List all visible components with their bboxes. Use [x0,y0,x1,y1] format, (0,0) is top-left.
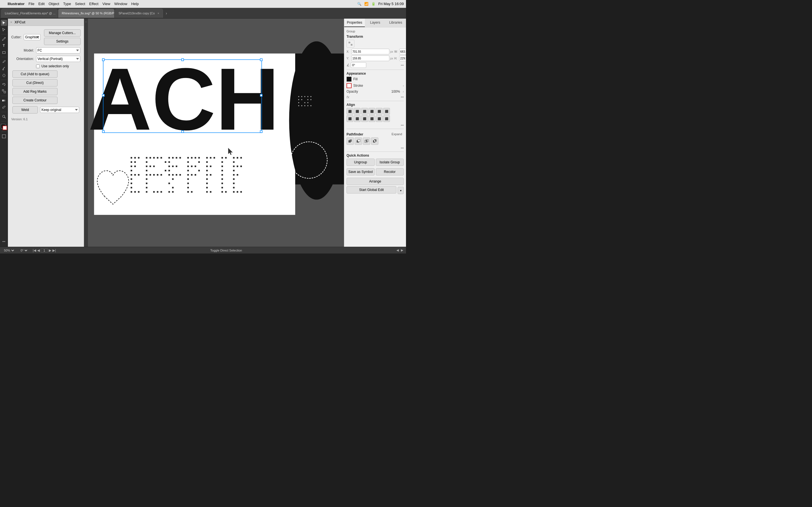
align-bottom-edges[interactable]: ⬛ [383,108,390,115]
tool-shape[interactable] [1,49,7,55]
tab-more-button[interactable]: › [163,11,169,15]
menu-help[interactable]: Help [131,2,139,6]
pf-unite[interactable] [347,137,354,145]
xfcut-close-button[interactable]: × [10,20,12,24]
menu-type[interactable]: Type [63,2,71,6]
menu-file[interactable]: File [29,2,35,6]
align-top-edges[interactable]: ⬛ [368,108,375,115]
tab-rhinestones[interactable]: Rhinestones_fix.svg* @ 50 % (RGB/Preview… [58,9,114,18]
start-global-edit-expand[interactable]: ▾ [398,187,404,194]
menu-select[interactable]: Select [75,2,85,6]
distribute-center-v[interactable]: ⬛ [376,115,383,122]
align-center-v[interactable]: ⬛ [376,108,383,115]
tool-screen-mode[interactable] [1,133,7,139]
handle-tl[interactable] [102,59,105,61]
handle-bl[interactable] [102,130,105,133]
use-selection-checkbox[interactable] [36,64,40,68]
settings-button[interactable]: Settings [44,38,81,45]
distribute-center-h[interactable]: ⬛ [354,115,361,122]
orientation-select[interactable]: Veritcal (Portrait) [36,56,80,62]
page-first[interactable]: |◀ [33,248,36,252]
model-select[interactable]: FC [36,47,80,54]
handle-br[interactable] [260,130,262,133]
menu-search-icon[interactable]: 🔍 [357,2,361,6]
angle-select[interactable]: 0° [19,248,28,252]
tool-rotate[interactable] [1,81,7,88]
cut-add-queue-button[interactable]: Cut (Add to queue) [12,70,57,78]
page-next[interactable]: ▶ [49,248,51,252]
page-last[interactable]: ▶| [52,248,56,252]
status-view-left[interactable]: ◀ [396,248,399,252]
stroke-swatch[interactable] [347,83,352,88]
pathfinder-more[interactable]: ••• [401,147,404,150]
tab-layers[interactable]: Layers [365,18,386,27]
cut-direct-button[interactable]: Cut (Direct) [12,79,57,87]
menu-window[interactable]: Window [114,2,127,6]
distribute-left[interactable]: ⬛ [347,115,353,122]
tab-floral[interactable]: LisaGlanz_FloralElements.eps* @ ... × [1,9,57,18]
arrange-button[interactable]: Arrange [347,178,404,185]
recolor-button[interactable]: Recolor [376,168,404,175]
manage-cutters-button[interactable]: Manage Cutters... [44,29,81,37]
distribute-top[interactable]: ⬛ [368,115,375,122]
align-left-edges[interactable]: ⬛ [347,108,353,115]
tab-properties[interactable]: Properties [344,18,365,27]
tool-eyedropper[interactable] [1,104,7,110]
tab-5panel-close[interactable]: × [158,12,159,15]
stroke-more[interactable]: › [403,84,404,87]
tool-type[interactable]: T [1,43,7,49]
fx-icon[interactable]: fx [347,95,349,99]
tool-gradient[interactable] [1,98,7,104]
tool-zoom[interactable] [1,114,7,120]
page-prev[interactable]: ◀ [37,248,40,252]
canvas-area[interactable]: ACH [88,18,344,247]
panel-collapse-bar[interactable]: ‹ [84,18,88,247]
tool-brush[interactable] [1,65,7,71]
create-contour-button[interactable]: Create Contour [12,97,57,104]
y-input[interactable] [351,55,389,61]
pf-exclude[interactable] [371,137,378,145]
opacity-expand[interactable]: › [403,90,404,93]
pf-intersect[interactable] [363,137,370,145]
transform-icon[interactable] [347,40,354,48]
isolate-group-button[interactable]: Isolate Group [376,159,404,166]
add-reg-marks-button[interactable]: Add Reg Marks [12,88,57,95]
ungroup-button[interactable]: Ungroup [347,159,375,166]
start-global-edit-button[interactable]: Start Global Edit [347,186,396,193]
handle-tr[interactable] [260,59,262,61]
keep-original-select[interactable]: Keep original [40,107,79,113]
tool-pen[interactable] [1,36,7,42]
transform-more[interactable]: ••• [401,64,404,67]
menu-view[interactable]: View [102,2,110,6]
tool-more[interactable]: ••• [1,238,7,244]
page-input[interactable] [41,248,48,252]
zoom-select[interactable]: 50% [3,248,15,252]
stroke-color-swatch[interactable] [3,126,7,130]
distribute-right[interactable]: ⬛ [361,115,368,122]
h-input[interactable] [399,55,406,61]
tool-select[interactable] [1,20,7,26]
tool-direct-select[interactable] [1,26,7,33]
tab-5panel[interactable]: 5Panel210inx8in copy [Co × [115,9,163,18]
align-right-edges[interactable]: ⬛ [361,108,368,115]
menu-object[interactable]: Object [49,2,59,6]
pathfinder-expand-btn[interactable]: Expand [390,132,404,136]
angle-input[interactable] [351,62,366,68]
align-center-h[interactable]: ⬛ [354,108,361,115]
save-as-symbol-button[interactable]: Save as Symbol [347,168,375,175]
tool-blob-brush[interactable] [1,72,7,78]
menu-edit[interactable]: Edit [38,2,45,6]
tab-libraries[interactable]: Libraries [386,18,406,27]
x-input[interactable] [351,49,389,54]
weld-button[interactable]: Weld [12,106,38,114]
menu-effect[interactable]: Effect [89,2,98,6]
cutter-select[interactable]: Graphtec [24,34,41,40]
app-menu-illustrator[interactable]: Illustrator [8,2,24,6]
tool-pencil[interactable] [1,59,7,65]
handle-mr[interactable] [260,94,262,97]
handle-tc[interactable] [182,59,184,61]
appearance-more[interactable]: ••• [401,96,404,99]
pf-minus-front[interactable] [355,137,362,145]
fill-swatch[interactable] [347,76,352,82]
status-view-right[interactable]: ▶ [401,248,403,252]
